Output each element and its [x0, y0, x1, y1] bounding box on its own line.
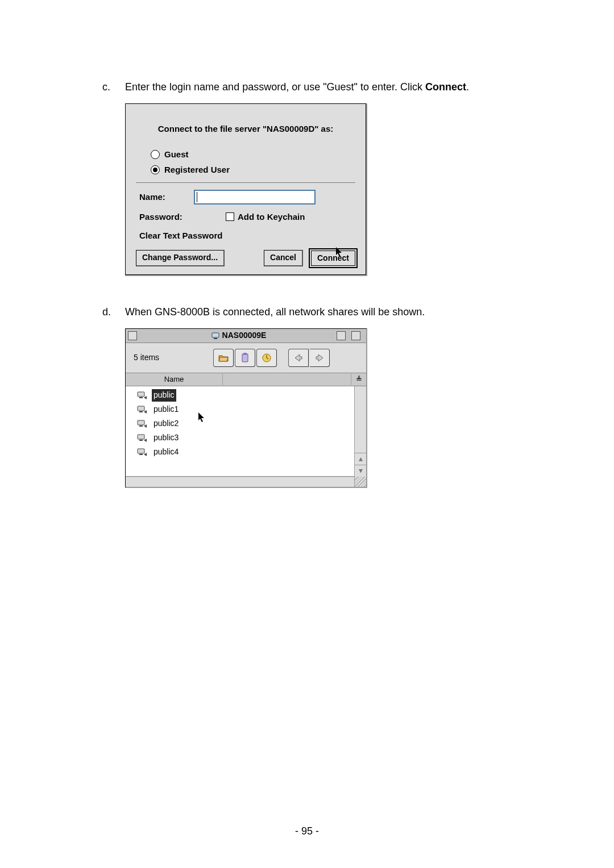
cleartext-label[interactable]: Clear Text Password [139, 229, 355, 242]
toolbar-recent-button[interactable] [256, 349, 277, 367]
share-icon [136, 391, 148, 400]
share-icon [136, 419, 148, 428]
window-title: NAS00009E [222, 329, 267, 342]
checkbox-icon [226, 212, 234, 221]
radio-checked-icon [151, 165, 160, 174]
registered-label: Registered User [164, 163, 230, 176]
share-name: public3 [152, 432, 180, 444]
sort-indicator-icon[interactable]: ≜ [351, 374, 366, 385]
connect-button[interactable]: Connect [311, 251, 355, 266]
toolbar-clipboard-button[interactable] [235, 349, 255, 367]
step-c: c. Enter the login name and password, or… [102, 80, 540, 95]
resize-grip-icon[interactable] [354, 477, 366, 487]
registered-radio-row[interactable]: Registered User [151, 163, 355, 176]
step-d-text: When GNS-8000B is connected, all network… [125, 304, 540, 320]
share-row-public1[interactable]: public1 [126, 403, 354, 417]
step-c-after: . [466, 81, 469, 93]
toolbar-open-button[interactable] [213, 349, 234, 367]
item-count: 5 items [134, 352, 213, 364]
collapse-box-icon[interactable] [337, 331, 346, 340]
share-row-public4[interactable]: public4 [126, 445, 354, 460]
svg-rect-8 [139, 411, 143, 412]
nav-back-button[interactable] [288, 349, 309, 367]
share-name: public1 [152, 403, 180, 416]
page-number: - 95 - [0, 824, 614, 840]
share-icon [136, 433, 148, 443]
change-password-button[interactable]: Change Password... [136, 250, 225, 266]
share-row-public2[interactable]: public2 [126, 417, 354, 431]
svg-rect-5 [138, 392, 144, 397]
horizontal-scrollbar[interactable] [126, 477, 354, 487]
svg-rect-2 [242, 354, 248, 362]
step-d: d. When GNS-8000B is connected, all netw… [102, 304, 540, 320]
step-d-marker: d. [102, 304, 125, 320]
name-label: Name: [139, 190, 192, 203]
step-c-text: Enter the login name and password, or us… [125, 81, 425, 93]
share-icon [136, 405, 148, 414]
status-bar [126, 477, 366, 487]
nav-forward-button[interactable] [310, 349, 330, 367]
step-c-body: Enter the login name and password, or us… [125, 80, 540, 95]
vertical-scrollbar[interactable]: ▴ ▾ [354, 386, 366, 477]
column-header-row[interactable]: Name ≜ [126, 373, 366, 386]
svg-rect-13 [138, 449, 144, 453]
svg-rect-1 [214, 338, 217, 339]
svg-rect-9 [138, 420, 144, 425]
connect-dialog: Connect to the file server "NAS00009D" a… [125, 103, 367, 276]
svg-rect-12 [139, 440, 143, 441]
password-label: Password: [139, 210, 192, 223]
share-row-public3[interactable]: public3 [126, 431, 354, 445]
share-list: public public1 public2 [126, 386, 354, 477]
svg-rect-3 [243, 353, 247, 355]
scroll-down-icon[interactable]: ▾ [355, 465, 366, 477]
finder-window: NAS00009E 5 items [125, 328, 367, 488]
keychain-label: Add to Keychain [238, 210, 305, 223]
svg-rect-14 [139, 454, 143, 455]
svg-rect-11 [138, 435, 144, 439]
share-icon [136, 448, 148, 457]
radio-unchecked-icon [151, 150, 160, 159]
name-input[interactable] [194, 190, 316, 205]
step-c-bold: Connect [425, 81, 466, 93]
scroll-up-icon[interactable]: ▴ [355, 453, 366, 465]
svg-rect-10 [139, 425, 143, 427]
close-box-icon[interactable] [128, 331, 137, 340]
keychain-checkbox-row[interactable]: Add to Keychain [226, 210, 305, 223]
svg-rect-6 [139, 397, 143, 398]
guest-radio-row[interactable]: Guest [151, 148, 355, 161]
share-name: public2 [152, 418, 180, 430]
dialog-title: Connect to the file server "NAS00009D" a… [136, 122, 355, 135]
zoom-box-icon[interactable] [351, 331, 360, 340]
server-icon [211, 331, 220, 340]
svg-rect-0 [212, 333, 219, 337]
guest-label: Guest [164, 148, 189, 161]
share-name: public4 [152, 446, 180, 458]
share-name: public [152, 389, 176, 402]
share-row-public[interactable]: public [126, 389, 354, 403]
step-c-marker: c. [102, 80, 125, 95]
cancel-button[interactable]: Cancel [264, 250, 303, 266]
svg-rect-7 [138, 406, 144, 411]
column-name-header[interactable]: Name [126, 374, 223, 385]
titlebar[interactable]: NAS00009E [126, 329, 366, 343]
toolbar: 5 items [126, 343, 366, 373]
